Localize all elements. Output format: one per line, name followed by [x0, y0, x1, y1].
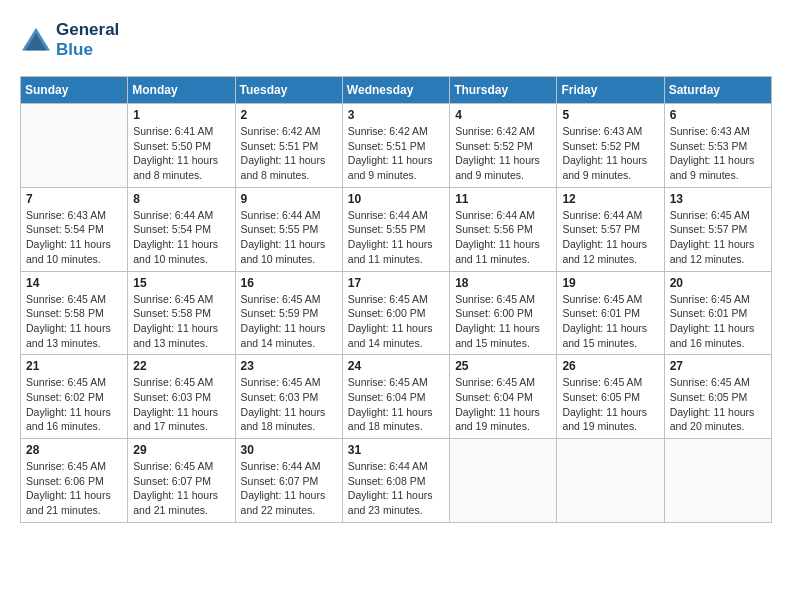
calendar-week-row: 28Sunrise: 6:45 AMSunset: 6:06 PMDayligh… — [21, 439, 772, 523]
day-info: Sunrise: 6:45 AMSunset: 5:59 PMDaylight:… — [241, 292, 337, 351]
calendar-day-cell: 23Sunrise: 6:45 AMSunset: 6:03 PMDayligh… — [235, 355, 342, 439]
day-info: Sunrise: 6:44 AMSunset: 6:07 PMDaylight:… — [241, 459, 337, 518]
day-info: Sunrise: 6:44 AMSunset: 5:57 PMDaylight:… — [562, 208, 658, 267]
calendar-day-cell: 27Sunrise: 6:45 AMSunset: 6:05 PMDayligh… — [664, 355, 771, 439]
calendar-day-cell: 3Sunrise: 6:42 AMSunset: 5:51 PMDaylight… — [342, 104, 449, 188]
day-info: Sunrise: 6:45 AMSunset: 6:06 PMDaylight:… — [26, 459, 122, 518]
weekday-header: Sunday — [21, 77, 128, 104]
calendar-day-cell: 24Sunrise: 6:45 AMSunset: 6:04 PMDayligh… — [342, 355, 449, 439]
calendar-day-cell: 12Sunrise: 6:44 AMSunset: 5:57 PMDayligh… — [557, 187, 664, 271]
calendar-day-cell: 28Sunrise: 6:45 AMSunset: 6:06 PMDayligh… — [21, 439, 128, 523]
calendar-day-cell: 1Sunrise: 6:41 AMSunset: 5:50 PMDaylight… — [128, 104, 235, 188]
day-info: Sunrise: 6:44 AMSunset: 6:08 PMDaylight:… — [348, 459, 444, 518]
day-number: 13 — [670, 192, 766, 206]
calendar-day-cell — [664, 439, 771, 523]
day-info: Sunrise: 6:44 AMSunset: 5:54 PMDaylight:… — [133, 208, 229, 267]
calendar-day-cell: 16Sunrise: 6:45 AMSunset: 5:59 PMDayligh… — [235, 271, 342, 355]
day-number: 12 — [562, 192, 658, 206]
day-number: 18 — [455, 276, 551, 290]
calendar-day-cell: 7Sunrise: 6:43 AMSunset: 5:54 PMDaylight… — [21, 187, 128, 271]
day-number: 31 — [348, 443, 444, 457]
day-info: Sunrise: 6:45 AMSunset: 6:04 PMDaylight:… — [455, 375, 551, 434]
calendar-day-cell: 15Sunrise: 6:45 AMSunset: 5:58 PMDayligh… — [128, 271, 235, 355]
weekday-header: Tuesday — [235, 77, 342, 104]
calendar-week-row: 1Sunrise: 6:41 AMSunset: 5:50 PMDaylight… — [21, 104, 772, 188]
calendar-day-cell: 29Sunrise: 6:45 AMSunset: 6:07 PMDayligh… — [128, 439, 235, 523]
day-number: 3 — [348, 108, 444, 122]
day-info: Sunrise: 6:45 AMSunset: 5:58 PMDaylight:… — [133, 292, 229, 351]
day-info: Sunrise: 6:43 AMSunset: 5:53 PMDaylight:… — [670, 124, 766, 183]
calendar-day-cell — [450, 439, 557, 523]
day-info: Sunrise: 6:45 AMSunset: 6:00 PMDaylight:… — [455, 292, 551, 351]
calendar-day-cell: 6Sunrise: 6:43 AMSunset: 5:53 PMDaylight… — [664, 104, 771, 188]
calendar-week-row: 7Sunrise: 6:43 AMSunset: 5:54 PMDaylight… — [21, 187, 772, 271]
day-info: Sunrise: 6:42 AMSunset: 5:52 PMDaylight:… — [455, 124, 551, 183]
day-number: 23 — [241, 359, 337, 373]
day-number: 26 — [562, 359, 658, 373]
day-info: Sunrise: 6:45 AMSunset: 6:07 PMDaylight:… — [133, 459, 229, 518]
day-number: 15 — [133, 276, 229, 290]
day-number: 30 — [241, 443, 337, 457]
calendar-day-cell: 2Sunrise: 6:42 AMSunset: 5:51 PMDaylight… — [235, 104, 342, 188]
day-info: Sunrise: 6:42 AMSunset: 5:51 PMDaylight:… — [348, 124, 444, 183]
day-number: 17 — [348, 276, 444, 290]
day-number: 7 — [26, 192, 122, 206]
calendar-day-cell: 26Sunrise: 6:45 AMSunset: 6:05 PMDayligh… — [557, 355, 664, 439]
calendar-day-cell: 22Sunrise: 6:45 AMSunset: 6:03 PMDayligh… — [128, 355, 235, 439]
day-number: 11 — [455, 192, 551, 206]
day-info: Sunrise: 6:44 AMSunset: 5:56 PMDaylight:… — [455, 208, 551, 267]
logo-text: General Blue — [56, 20, 119, 60]
day-number: 21 — [26, 359, 122, 373]
day-info: Sunrise: 6:45 AMSunset: 6:05 PMDaylight:… — [670, 375, 766, 434]
calendar-day-cell: 19Sunrise: 6:45 AMSunset: 6:01 PMDayligh… — [557, 271, 664, 355]
calendar-day-cell: 10Sunrise: 6:44 AMSunset: 5:55 PMDayligh… — [342, 187, 449, 271]
day-number: 4 — [455, 108, 551, 122]
calendar-day-cell: 9Sunrise: 6:44 AMSunset: 5:55 PMDaylight… — [235, 187, 342, 271]
weekday-header: Friday — [557, 77, 664, 104]
weekday-header: Saturday — [664, 77, 771, 104]
calendar-day-cell: 4Sunrise: 6:42 AMSunset: 5:52 PMDaylight… — [450, 104, 557, 188]
calendar-day-cell: 30Sunrise: 6:44 AMSunset: 6:07 PMDayligh… — [235, 439, 342, 523]
calendar-day-cell: 17Sunrise: 6:45 AMSunset: 6:00 PMDayligh… — [342, 271, 449, 355]
weekday-header-row: SundayMondayTuesdayWednesdayThursdayFrid… — [21, 77, 772, 104]
day-info: Sunrise: 6:45 AMSunset: 6:05 PMDaylight:… — [562, 375, 658, 434]
day-number: 27 — [670, 359, 766, 373]
day-number: 24 — [348, 359, 444, 373]
calendar-day-cell: 13Sunrise: 6:45 AMSunset: 5:57 PMDayligh… — [664, 187, 771, 271]
day-number: 6 — [670, 108, 766, 122]
day-number: 8 — [133, 192, 229, 206]
weekday-header: Wednesday — [342, 77, 449, 104]
day-info: Sunrise: 6:45 AMSunset: 6:01 PMDaylight:… — [670, 292, 766, 351]
page-header: General Blue — [20, 20, 772, 60]
day-info: Sunrise: 6:45 AMSunset: 6:04 PMDaylight:… — [348, 375, 444, 434]
logo: General Blue — [20, 20, 119, 60]
calendar-day-cell: 21Sunrise: 6:45 AMSunset: 6:02 PMDayligh… — [21, 355, 128, 439]
logo-icon — [20, 26, 52, 54]
day-info: Sunrise: 6:42 AMSunset: 5:51 PMDaylight:… — [241, 124, 337, 183]
day-number: 20 — [670, 276, 766, 290]
day-info: Sunrise: 6:45 AMSunset: 6:02 PMDaylight:… — [26, 375, 122, 434]
day-info: Sunrise: 6:41 AMSunset: 5:50 PMDaylight:… — [133, 124, 229, 183]
day-number: 1 — [133, 108, 229, 122]
calendar-day-cell: 8Sunrise: 6:44 AMSunset: 5:54 PMDaylight… — [128, 187, 235, 271]
calendar-day-cell: 20Sunrise: 6:45 AMSunset: 6:01 PMDayligh… — [664, 271, 771, 355]
day-info: Sunrise: 6:45 AMSunset: 6:00 PMDaylight:… — [348, 292, 444, 351]
calendar-table: SundayMondayTuesdayWednesdayThursdayFrid… — [20, 76, 772, 523]
calendar-week-row: 21Sunrise: 6:45 AMSunset: 6:02 PMDayligh… — [21, 355, 772, 439]
day-info: Sunrise: 6:45 AMSunset: 5:57 PMDaylight:… — [670, 208, 766, 267]
calendar-day-cell: 18Sunrise: 6:45 AMSunset: 6:00 PMDayligh… — [450, 271, 557, 355]
weekday-header: Monday — [128, 77, 235, 104]
day-number: 19 — [562, 276, 658, 290]
weekday-header: Thursday — [450, 77, 557, 104]
calendar-day-cell: 11Sunrise: 6:44 AMSunset: 5:56 PMDayligh… — [450, 187, 557, 271]
day-number: 16 — [241, 276, 337, 290]
day-number: 25 — [455, 359, 551, 373]
day-number: 10 — [348, 192, 444, 206]
day-number: 28 — [26, 443, 122, 457]
day-number: 22 — [133, 359, 229, 373]
calendar-day-cell — [21, 104, 128, 188]
day-info: Sunrise: 6:45 AMSunset: 6:01 PMDaylight:… — [562, 292, 658, 351]
calendar-day-cell — [557, 439, 664, 523]
calendar-day-cell: 31Sunrise: 6:44 AMSunset: 6:08 PMDayligh… — [342, 439, 449, 523]
day-info: Sunrise: 6:45 AMSunset: 6:03 PMDaylight:… — [133, 375, 229, 434]
